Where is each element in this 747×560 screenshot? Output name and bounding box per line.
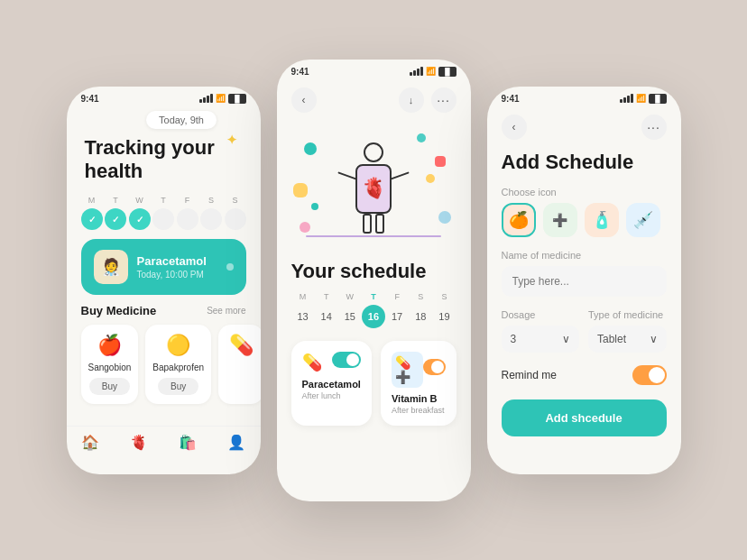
schedule-card-2: 💊➕ Vitamin B After breakfast	[381, 341, 456, 426]
phones-container: 9:41 📶 ▐▌ Today, 9th Tracking your healt…	[49, 41, 699, 519]
remind-row: Remind me	[502, 365, 667, 385]
sch-name-2: Vitamin B	[392, 393, 446, 404]
back-button-3[interactable]: ‹	[502, 115, 527, 140]
type-col: Type of medicine Tablet ∨	[588, 309, 667, 353]
status-bar-3: 9:41 📶 ▐▌	[487, 87, 681, 107]
chevron-down-icon-2: ∨	[650, 333, 658, 345]
choose-icon-label: Choose icon	[502, 187, 667, 197]
week-days: M T W T F S S	[81, 196, 246, 230]
date-badge: Today, 9th	[146, 111, 217, 129]
icon-opt-4[interactable]: 💉	[626, 203, 660, 237]
med-buy-card-2: 🟡 Bapakprofen Buy	[145, 325, 211, 404]
icon-opt-3[interactable]: 🧴	[585, 203, 619, 237]
sch-time-2: After breakfast	[392, 406, 446, 415]
med-icon-3: 💊	[229, 334, 254, 357]
ground-line	[306, 235, 441, 237]
remind-toggle[interactable]	[632, 365, 667, 385]
med-buy-name-1: Sangobion	[88, 363, 132, 372]
dosage-col: Dosage 3 ∨	[502, 309, 580, 353]
sch-name-1: Paracetamol	[302, 379, 361, 390]
add-schedule-btn[interactable]: Add shcedule	[502, 399, 667, 436]
med-icon-1: 🍎	[97, 334, 122, 357]
med-avatar: 🧑‍⚕️	[94, 250, 128, 284]
status-icons-3: 📶 ▐▌	[620, 94, 666, 104]
icon-opt-1[interactable]: 🍊	[502, 203, 536, 237]
download-btn[interactable]: ↓	[399, 87, 424, 113]
status-icons-2: 📶 ▐▌	[410, 67, 456, 77]
nav-home-icon[interactable]: 🏠	[81, 434, 99, 451]
med-time: Today, 10:00 PM	[137, 270, 217, 280]
medication-card[interactable]: 🧑‍⚕️ Paracetamol Today, 10:00 PM	[81, 239, 246, 295]
dosage-label: Dosage	[502, 309, 580, 320]
nav-bag-icon[interactable]: 🛍️	[179, 434, 197, 451]
med-dot	[226, 263, 234, 271]
time-1: 9:41	[81, 94, 99, 104]
section-header: Buy Medicine See more	[81, 304, 246, 317]
med-name: Paracetamol	[137, 254, 217, 268]
toggle-paracetamol[interactable]	[332, 352, 361, 368]
nav-profile-icon[interactable]: 👤	[227, 434, 245, 451]
more-btn-2[interactable]: ···	[431, 87, 456, 113]
nav-heart-icon[interactable]: 🫀	[130, 434, 148, 451]
med-buy-name-2: Bapakprofen	[152, 363, 204, 372]
back-button-2[interactable]: ‹	[291, 87, 317, 113]
buy-medicine-grid: 🍎 Sangobion Buy 🟡 Bapakprofen Buy 💊	[81, 325, 246, 404]
main-title-1: Tracking your health	[81, 136, 246, 184]
phone-2: 9:41 📶 ▐▌ ‹ ↓ ···	[277, 60, 471, 501]
status-bar-2: 9:41 📶 ▐▌	[277, 60, 471, 80]
calendar-days-row: M T W T F S S	[277, 292, 471, 301]
schedule-items: 💊 Paracetamol After lunch 💊➕ Vitamin B A…	[277, 341, 471, 426]
chevron-down-icon: ∨	[562, 333, 570, 345]
name-input[interactable]	[502, 266, 667, 297]
figure-torso: 🫀	[355, 164, 392, 214]
med-buy-card-3: 💊	[218, 325, 260, 404]
type-label: Type of medicine	[588, 309, 667, 320]
schedule-card-1: 💊 Paracetamol After lunch	[291, 341, 372, 426]
status-icons-1: 📶 ▐▌	[199, 94, 245, 104]
med-icon-2: 🟡	[166, 334, 190, 357]
schedule-title: Your schedule	[277, 260, 471, 292]
dosage-select[interactable]: 3 ∨	[502, 326, 580, 353]
section-title: Buy Medicine	[81, 304, 157, 317]
icon-options: 🍊 ➕ 🧴 💉	[502, 203, 667, 237]
buy-btn-1[interactable]: Buy	[89, 378, 130, 395]
header-actions-2: ↓ ···	[399, 87, 456, 113]
float-pill-4	[417, 133, 426, 142]
add-schedule-title: Add Schedule	[502, 151, 667, 174]
status-bar-1: 9:41 📶 ▐▌	[67, 87, 261, 107]
more-btn-3[interactable]: ···	[641, 115, 667, 140]
phone-3: 9:41 📶 ▐▌ ‹ ··· Add Schedule Choose icon…	[487, 87, 681, 474]
remind-label: Remind me	[502, 369, 557, 381]
toggle-vitaminb[interactable]	[423, 359, 446, 375]
p2-header: ‹ ↓ ···	[277, 80, 471, 120]
med-buy-card-1: 🍎 Sangobion Buy	[81, 325, 139, 404]
sch-time-1: After lunch	[302, 391, 361, 400]
calendar-dates-row: 13 14 15 16 17 18 19	[277, 305, 471, 328]
med-info: Paracetamol Today, 10:00 PM	[137, 254, 217, 280]
type-select[interactable]: Tablet ∨	[588, 326, 667, 353]
name-label: Name of medicine	[502, 250, 667, 261]
buy-btn-2[interactable]: Buy	[158, 378, 198, 395]
see-more-link[interactable]: See more	[207, 306, 245, 316]
figure-head	[364, 142, 383, 162]
dosage-type-row: Dosage 3 ∨ Type of medicine Tablet ∨	[502, 309, 667, 353]
time-3: 9:41	[502, 94, 520, 104]
p1-content: Today, 9th Tracking your health M T W T …	[67, 107, 261, 419]
p3-header: ‹ ···	[487, 107, 681, 143]
figure-legs	[363, 214, 384, 234]
phone-1: 9:41 📶 ▐▌ Today, 9th Tracking your healt…	[67, 87, 261, 474]
icon-opt-2[interactable]: ➕	[543, 203, 577, 237]
figure-illustration: 🫀	[306, 142, 441, 237]
illustration-area: 🫀	[277, 120, 471, 260]
p3-content: Add Schedule Choose icon 🍊 ➕ 🧴 💉 Name of…	[487, 151, 681, 451]
time-2: 9:41	[291, 67, 309, 77]
bottom-nav: 🏠 🫀 🛍️ 👤	[67, 426, 261, 458]
